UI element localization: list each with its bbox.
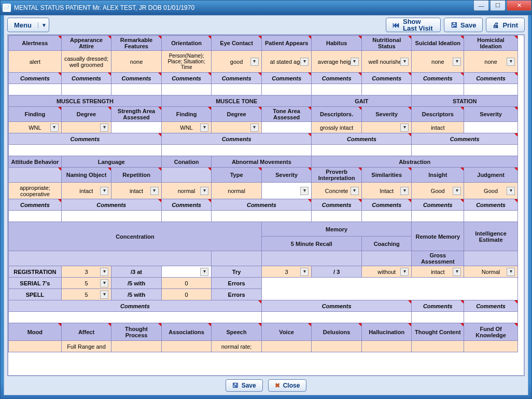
val-reg-extra[interactable] xyxy=(161,266,212,278)
val-mt-degree[interactable] xyxy=(212,122,262,133)
cmt-mt[interactable]: Comments xyxy=(161,133,312,145)
inp-1-7[interactable] xyxy=(361,84,412,95)
val-similar[interactable]: Intact xyxy=(361,183,412,199)
val-suicidal[interactable]: none xyxy=(412,51,464,73)
cmt-1-9[interactable]: Comments xyxy=(464,73,518,84)
cmt-language[interactable]: Comments xyxy=(61,199,161,211)
val-mt-finding[interactable]: WNL xyxy=(161,122,212,133)
val-iq[interactable]: Normal xyxy=(464,266,518,278)
cmt-1-8[interactable]: Comments xyxy=(412,73,464,84)
inp-1-6[interactable] xyxy=(312,84,362,95)
cmt-remote[interactable]: Comments xyxy=(412,300,464,312)
val-proverb[interactable]: Concrete xyxy=(312,183,362,199)
inp-3-3[interactable] xyxy=(212,211,312,222)
val-insight[interactable]: Good xyxy=(412,183,464,199)
val-voice[interactable] xyxy=(261,341,312,352)
val-appearance[interactable]: casually dressed; well groomed xyxy=(61,51,111,73)
inp-1-3[interactable] xyxy=(161,84,212,95)
inp-3-7[interactable] xyxy=(464,211,518,222)
val-station-desc[interactable]: intact xyxy=(412,122,464,133)
val-affect[interactable]: Full Range and xyxy=(61,341,111,352)
inp-3-1[interactable] xyxy=(61,211,161,222)
val-fund[interactable] xyxy=(464,341,518,352)
val-spell-extra[interactable]: 0 xyxy=(161,289,212,300)
blank-memory[interactable] xyxy=(261,278,517,300)
inp-1-0[interactable] xyxy=(9,84,62,95)
inp-1-5[interactable] xyxy=(261,84,312,95)
val-speech[interactable]: normal rate; xyxy=(212,341,262,352)
val-conation[interactable]: normal xyxy=(161,183,212,199)
val-spell-score[interactable]: 5 xyxy=(61,289,111,300)
inp-1-1[interactable] xyxy=(61,84,111,95)
val-nutrition[interactable]: well nourished xyxy=(361,51,412,73)
inp-3-6[interactable] xyxy=(412,211,464,222)
cmt-concentration[interactable]: Comments xyxy=(9,300,262,312)
close-bottom-button[interactable]: ✖ Close xyxy=(268,379,307,392)
inp-ms[interactable] xyxy=(9,145,162,156)
inp-3-4[interactable] xyxy=(312,211,362,222)
cmt-conation[interactable]: Comments xyxy=(161,199,212,211)
close-window-button[interactable]: ✕ xyxy=(507,1,531,11)
val-station-sev[interactable] xyxy=(464,122,518,133)
val-halluc[interactable] xyxy=(361,341,412,352)
cmt-attitude[interactable]: Comments xyxy=(9,199,62,211)
cmt-ms[interactable]: Comments xyxy=(9,133,162,145)
val-coach[interactable]: without xyxy=(361,266,412,278)
inp-station[interactable] xyxy=(412,145,518,156)
minimize-button[interactable]: — xyxy=(473,1,489,11)
val-gait-sev[interactable] xyxy=(361,122,412,133)
val-ms-area[interactable] xyxy=(111,122,162,133)
cmt-1-4[interactable]: Comments xyxy=(212,73,262,84)
cmt-1-6[interactable]: Comments xyxy=(312,73,362,84)
cmt-abn[interactable]: Comments xyxy=(212,199,312,211)
inp-4-3[interactable] xyxy=(464,312,518,323)
print-button[interactable]: 🖨 Print xyxy=(486,18,525,32)
val-abn-type[interactable]: normal xyxy=(212,183,262,199)
inp-3-2[interactable] xyxy=(161,211,212,222)
val-orientation[interactable]: Person(Name); Place; Situation; Time xyxy=(161,51,212,73)
val-alertness[interactable]: alert xyxy=(9,51,62,73)
val-naming[interactable]: intact xyxy=(61,183,111,199)
maximize-button[interactable]: ☐ xyxy=(490,1,506,11)
cmt-1-2[interactable]: Comments xyxy=(111,73,162,84)
inp-4-0[interactable] xyxy=(9,312,262,323)
val-judgment[interactable]: Good xyxy=(464,183,518,199)
inp-1-4[interactable] xyxy=(212,84,262,95)
inp-gait[interactable] xyxy=(312,145,412,156)
grid-scroll-area[interactable]: Alertness Appearance Attire Remarkable F… xyxy=(7,34,525,376)
inp-mt[interactable] xyxy=(161,145,312,156)
cmt-1-0[interactable]: Comments xyxy=(9,73,62,84)
cmt-proverb[interactable]: Comments xyxy=(312,199,362,211)
val-assoc[interactable] xyxy=(161,341,212,352)
val-gait-desc[interactable]: grossly intact xyxy=(312,122,362,133)
cmt-1-1[interactable]: Comments xyxy=(61,73,111,84)
val-ms-degree[interactable] xyxy=(61,122,111,133)
val-delusions[interactable] xyxy=(312,341,362,352)
val-patientappears[interactable]: at stated age xyxy=(261,51,312,73)
val-mt-area[interactable] xyxy=(261,122,312,133)
cmt-1-7[interactable]: Comments xyxy=(361,73,412,84)
inp-1-8[interactable] xyxy=(412,84,464,95)
cmt-insight[interactable]: Comments xyxy=(412,199,464,211)
val-s7-score[interactable]: 5 xyxy=(61,278,111,289)
val-habitus[interactable]: average height xyxy=(312,51,362,73)
val-remarkable[interactable]: none xyxy=(111,51,162,73)
inp-3-0[interactable] xyxy=(9,211,62,222)
val-repetition[interactable]: intact xyxy=(111,183,162,199)
cmt-similar[interactable]: Comments xyxy=(361,199,412,211)
cmt-memory[interactable]: Comments xyxy=(261,300,412,312)
val-mood[interactable] xyxy=(9,341,62,352)
val-attitude[interactable]: appropriate; cooperative xyxy=(9,183,62,199)
menu-button[interactable]: Menu ▼ xyxy=(7,18,49,32)
val-reg-score[interactable]: 3 xyxy=(61,266,111,278)
inp-1-9[interactable] xyxy=(464,84,518,95)
cmt-gait[interactable]: Comments xyxy=(312,133,412,145)
save-bottom-button[interactable]: 🖫 Save xyxy=(226,379,263,392)
inp-4-2[interactable] xyxy=(412,312,464,323)
val-abn-sev[interactable] xyxy=(261,183,312,199)
cmt-judgment[interactable]: Comments xyxy=(464,199,518,211)
val-recall[interactable]: 3 xyxy=(261,266,312,278)
val-remote[interactable]: intact xyxy=(412,266,464,278)
cmt-iq[interactable]: Comments xyxy=(464,300,518,312)
val-thoughtcontent[interactable] xyxy=(412,341,464,352)
